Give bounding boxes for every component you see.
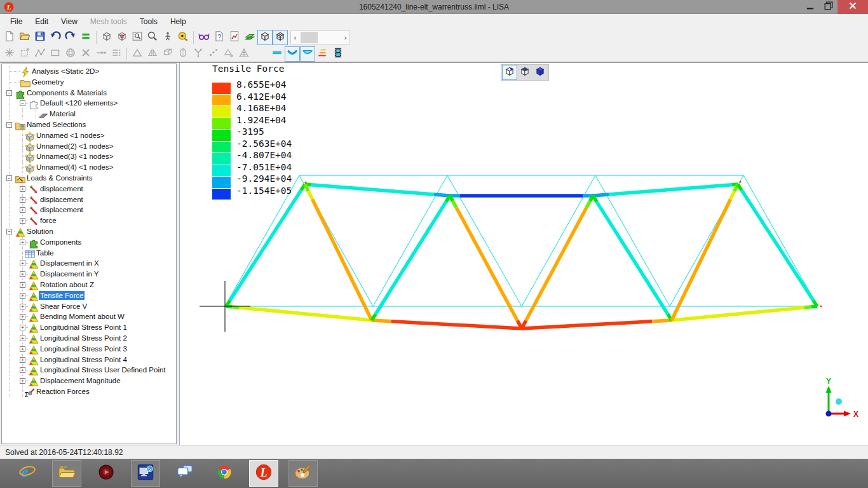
tree-item-label[interactable]: Material xyxy=(48,109,77,119)
tree-item-analysis-static-2d[interactable]: Analysis <Static 2D> xyxy=(2,66,176,77)
tree-expander-plus[interactable]: + xyxy=(20,304,25,309)
model-tree-panel[interactable]: Analysis <Static 2D>Geometry−Components … xyxy=(1,64,177,444)
tree-item-label[interactable]: Shear Force V xyxy=(39,302,88,311)
element-line-button[interactable] xyxy=(269,46,285,62)
scroll-left-arrow-icon[interactable]: ‹ xyxy=(291,34,299,41)
tree-expander-plus[interactable]: + xyxy=(20,325,25,330)
tree-item-table[interactable]: Table xyxy=(2,248,176,259)
tree-item-label[interactable]: Longitudinal Stress Point 4 xyxy=(39,355,128,365)
zoom-button[interactable] xyxy=(145,30,160,45)
open-file-button[interactable] xyxy=(17,30,32,45)
tree-item-displacement[interactable]: +displacement xyxy=(2,184,176,194)
close-button[interactable] xyxy=(837,0,868,14)
minimize-button[interactable] xyxy=(801,0,819,14)
taskbar-paint-button[interactable] xyxy=(288,460,318,487)
display-mesh-cube-button[interactable] xyxy=(273,30,288,45)
tree-item-solution[interactable]: −Solution xyxy=(2,226,176,237)
redo-button[interactable] xyxy=(63,30,78,45)
tree-item-components-materials[interactable]: −Components & Materials xyxy=(2,88,176,98)
menu-edit[interactable]: Edit xyxy=(29,14,55,29)
tree-item-label[interactable]: Default <120 elements> xyxy=(39,98,119,108)
scroll-thumb[interactable] xyxy=(301,32,318,43)
menu-tools[interactable]: Tools xyxy=(133,14,164,29)
tree-item-bending-moment-about-w[interactable]: +Bending Moment about W xyxy=(2,311,176,322)
display-shaded-cube-button[interactable] xyxy=(257,30,273,45)
tree-expander-plus[interactable]: + xyxy=(20,261,25,266)
element-curve-shaded-button[interactable] xyxy=(300,46,315,62)
tree-item-unnamed-1-nodes[interactable]: Unnamed <1 nodes> xyxy=(2,130,176,141)
tree-item-loads-constraints[interactable]: −Loads & Constraints xyxy=(2,173,176,184)
tree-item-label[interactable]: Unnamed <1 nodes> xyxy=(35,131,105,140)
tree-item-displacement-in-y[interactable]: +Displacement in Y xyxy=(2,269,176,280)
tree-item-rotation-about-z[interactable]: +Rotation about Z xyxy=(2,280,176,290)
tree-item-unnamed-4-1-nodes[interactable]: Unnamed(4) <1 nodes> xyxy=(2,162,176,173)
tree-item-displacement[interactable]: +displacement xyxy=(2,194,176,205)
tree-expander-plus[interactable]: + xyxy=(20,293,25,299)
tree-item-displacement-in-x[interactable]: +Displacement in X xyxy=(2,258,176,269)
tree-item-label[interactable]: Solution xyxy=(25,227,55,236)
tree-expander-plus[interactable]: + xyxy=(20,357,25,363)
tree-item-longitudinal-stress-user-defined-point[interactable]: +Longitudinal Stress User Defined Point xyxy=(2,365,176,376)
erase-layers-button[interactable] xyxy=(242,30,257,45)
tree-expander-plus[interactable]: + xyxy=(20,378,25,384)
tree-item-label[interactable]: Loads & Constraints xyxy=(25,173,94,183)
pan-dynamic-button[interactable] xyxy=(160,30,175,45)
tree-expander-plus[interactable]: + xyxy=(20,346,25,352)
taskbar-chrome-button[interactable] xyxy=(210,460,239,487)
tree-item-label[interactable]: force xyxy=(39,216,58,226)
menu-file[interactable]: File xyxy=(4,14,29,29)
tree-expander-plus[interactable]: + xyxy=(20,218,25,224)
tree-item-label[interactable]: displacement xyxy=(39,184,85,194)
tree-expander-minus[interactable]: − xyxy=(6,229,12,234)
tree-item-tensile-force[interactable]: +Tensile Force xyxy=(2,290,176,301)
tree-item-unnamed-2-1-nodes[interactable]: Unnamed(2) <1 nodes> xyxy=(2,141,176,152)
tree-item-reaction-forces[interactable]: ΣReaction Forces xyxy=(2,386,176,397)
tree-item-longitudinal-stress-point-3[interactable]: +Longitudinal Stress Point 3 xyxy=(2,344,176,355)
tree-item-longitudinal-stress-point-1[interactable]: +Longitudinal Stress Point 1 xyxy=(2,322,176,333)
tree-item-longitudinal-stress-point-2[interactable]: +Longitudinal Stress Point 2 xyxy=(2,333,176,344)
tree-item-label[interactable]: Displacement in X xyxy=(39,259,100,268)
tree-expander-minus[interactable]: − xyxy=(6,90,12,96)
undo-button[interactable] xyxy=(48,30,63,45)
tree-item-material[interactable]: Material xyxy=(2,109,176,119)
load-arrows-button[interactable] xyxy=(315,46,330,62)
tree-item-label[interactable]: Longitudinal Stress Point 3 xyxy=(39,344,128,354)
tree-item-label[interactable]: Table xyxy=(35,248,55,258)
tree-item-label[interactable]: Bending Moment about W xyxy=(39,312,126,322)
tree-item-force[interactable]: +force xyxy=(2,215,176,226)
taskbar-media-button[interactable] xyxy=(92,460,121,487)
scroll-track[interactable] xyxy=(299,31,341,44)
tree-item-label[interactable]: Geometry xyxy=(31,78,65,87)
tree-item-label[interactable]: Unnamed(4) <1 nodes> xyxy=(35,163,114,172)
element-curve-button[interactable] xyxy=(285,46,300,62)
taskbar-remote-button[interactable] xyxy=(131,460,160,487)
tree-expander-plus[interactable]: + xyxy=(20,271,25,277)
taskbar-ie-button[interactable]: e xyxy=(13,460,42,487)
title-bar[interactable]: L 1605241240_line-elt_warrentruss.liml -… xyxy=(0,0,868,14)
tree-item-label[interactable]: Unnamed(3) <1 nodes> xyxy=(35,152,114,161)
tree-item-displacement[interactable]: +displacement xyxy=(2,205,176,215)
taskbar-explorer-button[interactable] xyxy=(52,460,81,487)
tree-item-label[interactable]: Components xyxy=(39,238,83,247)
new-document-button[interactable] xyxy=(2,30,17,45)
tree-item-label[interactable]: Displacement in Y xyxy=(39,269,100,279)
save-file-button[interactable] xyxy=(32,30,48,45)
taskbar-chat-button[interactable] xyxy=(170,460,200,487)
tree-item-label[interactable]: Unnamed(2) <1 nodes> xyxy=(35,142,114,151)
tree-expander-plus[interactable]: + xyxy=(20,186,25,192)
scroll-right-arrow-icon[interactable]: › xyxy=(341,34,349,41)
tree-expander-plus[interactable]: + xyxy=(20,207,25,213)
animate-button[interactable] xyxy=(330,46,346,62)
tree-item-label[interactable]: Named Selections xyxy=(25,120,87,130)
tree-item-label[interactable]: Longitudinal Stress Point 2 xyxy=(39,334,128,343)
tree-item-displacement-magnitude[interactable]: +Displacement Magnitude xyxy=(2,376,176,386)
restore-button[interactable] xyxy=(819,0,837,14)
tree-item-label[interactable]: Components & Materials xyxy=(25,88,108,98)
tree-expander-minus[interactable]: − xyxy=(6,122,12,128)
tree-item-label[interactable]: Reaction Forces xyxy=(35,387,91,396)
tree-item-components[interactable]: +Components xyxy=(2,237,176,248)
menu-view[interactable]: View xyxy=(55,14,84,29)
tree-item-geometry[interactable]: Geometry xyxy=(2,77,176,88)
tree-expander-plus[interactable]: + xyxy=(20,240,25,245)
view-isometric-cube-button[interactable] xyxy=(99,30,114,45)
